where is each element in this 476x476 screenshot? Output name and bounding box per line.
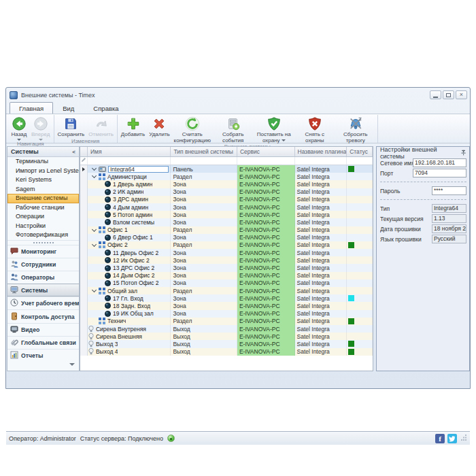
sidebar-item-Фотоверификация[interactable]: Фотоверификация <box>7 231 79 240</box>
name-cell: Сирена Внешняя <box>88 333 171 340</box>
table-row[interactable]: АдминистрациРазделE-IVANOVA-PCSatel Inte… <box>80 173 373 180</box>
column-header-Имя[interactable]: Имя <box>88 147 171 156</box>
table-row[interactable]: 14 Дым Офис 2ЗонаE-IVANOVA-PCSatel Integ… <box>80 272 373 279</box>
field-input-Пароль[interactable]: **** <box>432 186 466 195</box>
table-row[interactable]: Сирена ВнешняяВыходE-IVANOVA-PCSatel Int… <box>80 333 373 340</box>
field-input-Сетевое имя[interactable]: 192.168.20.181 <box>413 158 466 167</box>
pin-icon[interactable] <box>460 150 466 157</box>
collect-events-button[interactable]: Собрать события <box>213 115 254 143</box>
nav-button-Операторы[interactable]: Операторы <box>7 271 79 284</box>
column-header-Сервис[interactable]: Сервис <box>237 147 295 156</box>
type-cell: Выход <box>171 325 237 333</box>
type-cell: Зона <box>171 256 237 264</box>
nav-button-Учет рабочего времени[interactable]: Учет рабочего времени <box>7 296 79 309</box>
nav-button-Сотрудники[interactable]: Сотрудники <box>7 258 79 271</box>
name-cell: 19 ИК Общ зал <box>88 310 171 318</box>
table-row[interactable]: 3 ДРС админЗонаE-IVANOVA-PCSatel Integra <box>80 196 373 203</box>
expander-icon[interactable] <box>92 166 97 171</box>
arm-button[interactable]: Поставить на охрану <box>254 115 294 143</box>
nav-button-Глобальные связи[interactable]: Глобальные связи <box>7 336 79 349</box>
nav-overflow-chevron-icon[interactable] <box>69 363 75 366</box>
sidebar-item-Keri Systems[interactable]: Keri Systems <box>7 175 79 185</box>
table-row[interactable]: Взлом системыЗонаE-IVANOVA-PCSatel Integ… <box>80 218 373 226</box>
filter-cell[interactable] <box>295 157 347 165</box>
filter-cell[interactable] <box>237 157 295 165</box>
minimize-icon[interactable] <box>430 90 441 99</box>
nav-button-Отчеты[interactable]: Отчеты <box>7 349 79 362</box>
column-header-Тип внешней системы[interactable]: Тип внешней системы <box>171 147 237 156</box>
table-row[interactable]: Integra64ПанельE-IVANOVA-PCSatel Integra <box>80 165 373 173</box>
nav-button-Мониторинг[interactable]: Мониторинг <box>7 245 79 258</box>
sidebar-item-Рабочие станции[interactable]: Рабочие станции <box>7 203 79 213</box>
column-header-Название плагина[interactable]: Название плагина <box>295 147 347 156</box>
table-row[interactable]: 11 Дверь Офис 2ЗонаE-IVANOVA-PCSatel Int… <box>80 249 373 256</box>
save-button[interactable]: Сохранить <box>56 115 87 138</box>
table-row[interactable]: Офис 2РазделE-IVANOVA-PCSatel Integra <box>80 241 373 249</box>
column-header-Статус[interactable]: Статус <box>347 147 373 156</box>
table-row[interactable]: ТехничРазделE-IVANOVA-PCSatel Integra <box>80 318 373 325</box>
nav-button-Видео[interactable]: Видео <box>7 323 79 336</box>
filter-icon-cell[interactable] <box>80 157 88 165</box>
disarm-button[interactable]: Снять с охраны <box>294 115 335 143</box>
table-row[interactable]: Общий залРазделE-IVANOVA-PCSatel Integra <box>80 287 373 294</box>
filter-cell[interactable] <box>171 157 237 165</box>
sidebar-item-Операции[interactable]: Операции <box>7 212 79 222</box>
filter-cell[interactable] <box>88 157 171 165</box>
plugin-cell: Satel Integra <box>295 256 347 264</box>
table-row[interactable]: 12 Ик Офис 2ЗонаE-IVANOVA-PCSatel Integr… <box>80 256 373 264</box>
field-input-Тип: Integra64 <box>432 204 466 213</box>
table-row[interactable]: 6 Двер Офис 1ЗонаE-IVANOVA-PCSatel Integ… <box>80 234 373 241</box>
expander-icon[interactable] <box>92 288 97 292</box>
tab-Вид[interactable]: Вид <box>53 102 84 114</box>
current-row-arrow-icon <box>82 167 85 171</box>
name-edit-input[interactable]: Integra64 <box>108 166 169 173</box>
table-row[interactable]: 4 Дым админЗонаE-IVANOVA-PCSatel Integra <box>80 203 373 211</box>
expander-icon[interactable] <box>92 242 97 247</box>
table-row[interactable]: 13 ДРС Офис 2ЗонаE-IVANOVA-PCSatel Integ… <box>80 264 373 271</box>
table-row[interactable]: 18 Задн. ВходЗонаE-IVANOVA-PCSatel Integ… <box>80 302 373 309</box>
sidebar-splitter[interactable] <box>7 240 79 245</box>
table-row[interactable]: 19 ИК Общ залЗонаE-IVANOVA-PCSatel Integ… <box>80 310 373 318</box>
row-indicator-cell <box>80 249 88 256</box>
collapse-icon[interactable]: < <box>72 149 75 155</box>
tree-output-icon <box>88 341 94 347</box>
table-row[interactable]: Выход 4ВыходE-IVANOVA-PCSatel Integra <box>80 348 373 356</box>
row-indicator-cell <box>80 165 88 173</box>
expander-icon[interactable] <box>92 227 97 232</box>
sidebar-item-Внешние системы[interactable]: Внешние системы <box>7 194 79 203</box>
twitter-icon[interactable] <box>447 434 457 443</box>
sidebar-item-Настройки[interactable]: Настройки <box>7 222 79 231</box>
plugin-cell: Satel Integra <box>295 294 347 302</box>
table-row[interactable]: 17 Гл. ВходЗонаE-IVANOVA-PCSatel Integra <box>80 294 373 302</box>
filter-cell[interactable] <box>347 157 373 165</box>
table-row[interactable]: 5 Потоп админЗонаE-IVANOVA-PCSatel Integ… <box>80 211 373 218</box>
table-row[interactable]: Выход 3ВыходE-IVANOVA-PCSatel Integra <box>80 340 373 347</box>
nav-button-label: Системы <box>21 287 48 294</box>
add-button[interactable]: Добавить <box>119 115 147 138</box>
sidebar-item-Терминалы[interactable]: Терминалы <box>7 157 79 167</box>
type-cell: Панель <box>171 165 237 173</box>
sidebar-item-Sagem[interactable]: Sagem <box>7 185 79 194</box>
close-icon[interactable]: × <box>456 90 467 99</box>
facebook-icon[interactable]: f <box>435 434 445 443</box>
field-input-Порт[interactable]: 7094 <box>413 169 466 177</box>
table-row[interactable]: Сирена ВнутреняяВыходE-IVANOVA-PCSatel I… <box>80 325 373 333</box>
nav-button-Контроль доступа[interactable]: Контроль доступа <box>7 309 79 322</box>
delete-button[interactable]: Удалить <box>147 115 172 138</box>
nav-button-Системы[interactable]: Системы <box>7 284 79 296</box>
tab-Справка[interactable]: Справка <box>84 102 128 114</box>
table-row[interactable]: Офис 1РазделE-IVANOVA-PCSatel Integra <box>80 226 373 234</box>
maximize-icon[interactable] <box>443 90 454 99</box>
table-row[interactable]: 15 Потоп Офис 2ЗонаE-IVANOVA-PCSatel Int… <box>80 279 373 287</box>
tab-Главная[interactable]: Главная <box>10 102 53 114</box>
filter-row[interactable] <box>80 157 373 165</box>
table-row[interactable]: 2 ИК админЗонаE-IVANOVA-PCSatel Integra <box>80 188 373 196</box>
reset-alarm-button[interactable]: Сбросить тревогу <box>335 115 376 143</box>
read-config-button[interactable]: Считать конфигурацию <box>172 115 213 143</box>
plugin-cell: Satel Integra <box>295 226 347 234</box>
resize-grip[interactable] <box>461 435 467 442</box>
back-button[interactable]: Назад <box>9 115 29 141</box>
expander-icon[interactable] <box>92 173 97 178</box>
sidebar-item-Импорт из Lenel Systems[interactable]: Импорт из Lenel Systems <box>7 167 79 176</box>
table-row[interactable]: 1 Дверь админЗонаE-IVANOVA-PCSatel Integ… <box>80 180 373 188</box>
